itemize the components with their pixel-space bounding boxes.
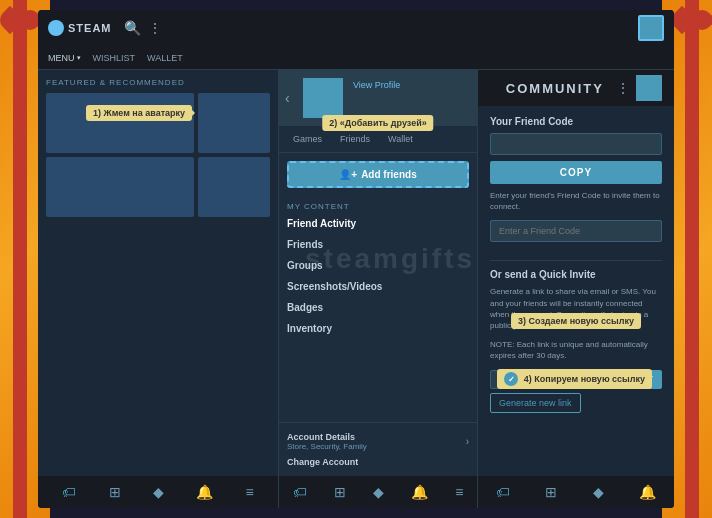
add-friends-button[interactable]: 👤+ Add friends <box>287 161 469 188</box>
middle-panel: ‹ View Profile 2) «Добавить друзей» Game… <box>278 70 478 508</box>
right-bottom-bar: 🏷 ⊞ ◆ 🔔 <box>478 476 674 508</box>
chevron-down-icon: ▾ <box>77 54 81 62</box>
nav-tab-menu[interactable]: MENU ▾ <box>48 53 81 63</box>
featured-label: FEATURED & RECOMMENDED <box>46 78 270 87</box>
change-account-item[interactable]: Change Account <box>287 454 469 470</box>
friend-code-section: Your Friend Code COPY Enter your friend'… <box>478 106 674 476</box>
tag-icon-mid[interactable]: 🏷 <box>293 484 307 500</box>
add-friends-icon: 👤+ <box>339 169 357 180</box>
grid-icon-mid[interactable]: ⊞ <box>334 484 346 500</box>
quick-invite-title: Or send a Quick Invite <box>490 269 662 280</box>
hamburger-icon-mid[interactable]: ≡ <box>455 484 463 500</box>
bell-icon[interactable]: 🔔 <box>196 484 213 500</box>
menu-icon[interactable]: ⋮ <box>148 20 164 36</box>
tooltip-2: 2) «Добавить друзей» <box>322 115 433 131</box>
ribbon-vertical <box>13 0 27 518</box>
tooltip-1: 1) Жмем на аватарку <box>86 105 192 121</box>
badge-icon-mid[interactable]: ◆ <box>373 484 384 500</box>
account-details-item[interactable]: Account Details Store, Security, Family … <box>287 429 469 454</box>
tag-icon[interactable]: 🏷 <box>62 484 76 500</box>
view-profile-button[interactable]: View Profile <box>349 78 404 92</box>
featured-item-1[interactable] <box>198 93 270 153</box>
profile-avatar[interactable] <box>303 78 343 118</box>
content-item-friends[interactable]: Friends <box>279 234 477 255</box>
grid-icon[interactable]: ⊞ <box>109 484 121 500</box>
tag-icon-right[interactable]: 🏷 <box>496 484 510 500</box>
featured-item-2[interactable] <box>46 157 194 217</box>
gift-bow <box>672 10 712 40</box>
community-avatar[interactable] <box>636 75 662 101</box>
tooltip-3: 3) Создаем новую ссылку <box>511 313 641 329</box>
nav-tabs: MENU ▾ WISHLIST WALLET <box>38 46 674 70</box>
search-icon[interactable]: 🔍 <box>124 20 140 36</box>
enter-friend-code-input[interactable] <box>490 220 662 242</box>
featured-item-3[interactable] <box>198 157 270 217</box>
tab-friends[interactable]: Friends <box>334 132 376 146</box>
content-item-friend-activity[interactable]: Friend Activity <box>279 213 477 234</box>
tab-wallet[interactable]: Wallet <box>382 132 419 146</box>
my-content-label: MY CONTENT <box>279 196 477 213</box>
back-arrow-icon[interactable]: ‹ <box>285 90 290 106</box>
content-item-groups[interactable]: Groups <box>279 255 477 276</box>
badge-icon[interactable]: ◆ <box>153 484 164 500</box>
bell-icon-right[interactable]: 🔔 <box>639 484 656 500</box>
content-item-inventory[interactable]: Inventory <box>279 318 477 339</box>
generate-link-button[interactable]: Generate new link <box>490 393 581 413</box>
content-item-screenshots[interactable]: Screenshots/Videos <box>279 276 477 297</box>
tab-games[interactable]: Games <box>287 132 328 146</box>
community-menu-icon[interactable]: ⋮ <box>616 80 630 96</box>
grid-icon-right[interactable]: ⊞ <box>545 484 557 500</box>
header-avatar[interactable] <box>638 15 664 41</box>
badge-icon-right[interactable]: ◆ <box>593 484 604 500</box>
friend-code-input[interactable] <box>490 133 662 155</box>
content-area: 1) Жмем на аватарку FEATURED & RECOMMEND… <box>38 70 674 508</box>
invite-description: Enter your friend's Friend Code to invit… <box>490 190 662 212</box>
left-bottom-bar: 🏷 ⊞ ◆ 🔔 ≡ <box>38 476 278 508</box>
community-header: COMMUNITY ⋮ <box>478 70 674 106</box>
hamburger-icon[interactable]: ≡ <box>246 484 254 500</box>
note-area: NOTE: Each link is unique and automatica… <box>490 339 662 361</box>
tooltip-4: ✓ 4) Копируем новую ссылку <box>497 369 652 389</box>
steam-logo: STEAM <box>48 20 112 36</box>
my-content-section: MY CONTENT Friend Activity Friends Group… <box>279 196 477 422</box>
friend-code-title: Your Friend Code <box>490 116 662 127</box>
left-panel: 1) Жмем на аватарку FEATURED & RECOMMEND… <box>38 70 278 508</box>
gift-bow <box>0 10 40 40</box>
nav-tab-wallet[interactable]: WALLET <box>147 53 183 63</box>
bell-icon-mid[interactable]: 🔔 <box>411 484 428 500</box>
community-title: COMMUNITY <box>490 81 604 96</box>
copy-friend-code-button[interactable]: COPY <box>490 161 662 184</box>
nav-tab-wishlist[interactable]: WISHLIST <box>93 53 136 63</box>
content-item-badges[interactable]: Badges <box>279 297 477 318</box>
steam-icon <box>48 20 64 36</box>
steam-header: STEAM 🔍 ⋮ <box>38 10 674 46</box>
featured-section: FEATURED & RECOMMENDED <box>38 70 278 476</box>
checkmark-icon: ✓ <box>504 372 518 386</box>
ribbon-vertical <box>685 0 699 518</box>
chevron-right-icon: › <box>466 436 469 447</box>
middle-bottom-bar: 🏷 ⊞ ◆ 🔔 ≡ <box>279 476 477 508</box>
note-text: NOTE: Each link is unique and automatica… <box>490 339 662 361</box>
account-section: Account Details Store, Security, Family … <box>279 422 477 476</box>
featured-item-wide[interactable] <box>46 93 194 153</box>
main-container: STEAM 🔍 ⋮ MENU ▾ WISHLIST WALLET 1) Жмем… <box>38 10 674 508</box>
right-panel: COMMUNITY ⋮ Your Friend Code COPY Enter … <box>478 70 674 508</box>
steam-text: STEAM <box>68 22 112 34</box>
divider <box>490 260 662 261</box>
